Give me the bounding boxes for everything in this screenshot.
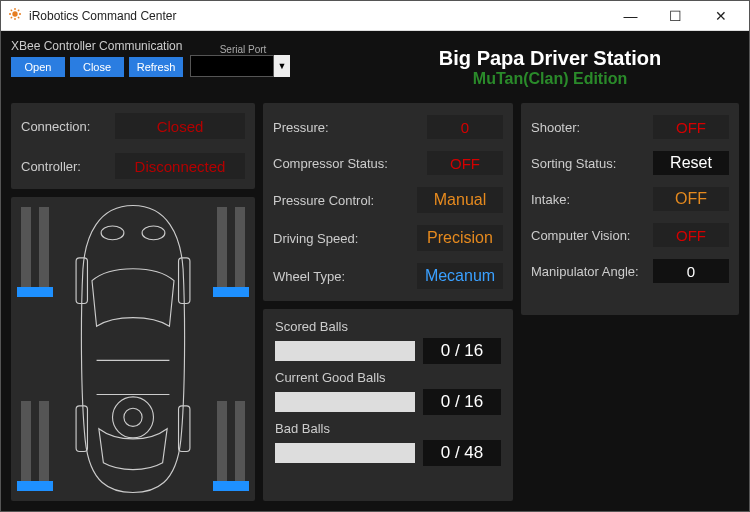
shooter-label: Shooter: — [531, 120, 580, 135]
compressor-value: OFF — [427, 151, 503, 175]
good-balls-bar — [275, 392, 415, 412]
manip-label: Manipulator Angle: — [531, 264, 639, 279]
wheel-type-value[interactable]: Mecanum — [417, 263, 503, 289]
pressure-control-label: Pressure Control: — [273, 193, 374, 208]
svg-point-2 — [142, 226, 165, 240]
scored-balls-value: 0 / 16 — [423, 338, 501, 364]
controller-label: Controller: — [21, 159, 81, 174]
manip-value: 0 — [653, 259, 729, 283]
slider-front-right-2[interactable] — [217, 207, 227, 297]
intake-value: OFF — [653, 187, 729, 211]
open-button[interactable]: Open — [11, 57, 65, 77]
window-title: iRobotics Command Center — [29, 9, 608, 23]
pressure-value: 0 — [427, 115, 503, 139]
scored-balls-label: Scored Balls — [275, 319, 501, 334]
driving-speed-value[interactable]: Precision — [417, 225, 503, 251]
serial-port-select[interactable]: ▼ — [190, 55, 290, 77]
cv-value: OFF — [653, 223, 729, 247]
serial-port-label: Serial Port — [220, 44, 267, 55]
svg-point-1 — [101, 226, 124, 240]
slider-rear-right-2[interactable] — [217, 401, 227, 491]
connection-label: Connection: — [21, 119, 90, 134]
xbee-section: XBee Controller Communication Open Close… — [11, 39, 351, 95]
bad-balls-value: 0 / 48 — [423, 440, 501, 466]
slider-rear-left[interactable] — [21, 401, 31, 491]
close-window-button[interactable]: ✕ — [698, 1, 743, 30]
chevron-down-icon: ▼ — [274, 55, 290, 77]
slider-front-left-2[interactable] — [39, 207, 49, 297]
connection-value: Closed — [115, 113, 245, 139]
vehicle-panel — [11, 197, 255, 501]
slider-rear-left-2[interactable] — [39, 401, 49, 491]
minimize-button[interactable]: ― — [608, 1, 653, 30]
app-icon — [7, 6, 23, 26]
slider-rear-right[interactable] — [235, 401, 245, 491]
sorting-label: Sorting Status: — [531, 156, 616, 171]
balls-panel: Scored Balls 0 / 16 Current Good Balls 0… — [263, 309, 513, 501]
app-body: XBee Controller Communication Open Close… — [1, 31, 749, 511]
header-title: Big Papa Driver Station — [439, 47, 661, 70]
app-window: iRobotics Command Center ― ☐ ✕ XBee Cont… — [0, 0, 750, 512]
bad-balls-label: Bad Balls — [275, 421, 501, 436]
subsystems-panel: Shooter:OFF Sorting Status:Reset Intake:… — [521, 103, 739, 315]
svg-point-0 — [12, 11, 17, 16]
sorting-value[interactable]: Reset — [653, 151, 729, 175]
intake-label: Intake: — [531, 192, 570, 207]
refresh-button[interactable]: Refresh — [129, 57, 183, 77]
slider-front-left[interactable] — [21, 207, 31, 297]
good-balls-label: Current Good Balls — [275, 370, 501, 385]
titlebar: iRobotics Command Center ― ☐ ✕ — [1, 1, 749, 31]
scored-balls-bar — [275, 341, 415, 361]
maximize-button[interactable]: ☐ — [653, 1, 698, 30]
svg-point-8 — [124, 408, 142, 426]
controller-value: Disconnected — [115, 153, 245, 179]
driving-speed-label: Driving Speed: — [273, 231, 358, 246]
svg-point-7 — [113, 397, 154, 438]
header: Big Papa Driver Station MuTan(Clan) Edit… — [361, 39, 739, 95]
pressure-control-value[interactable]: Manual — [417, 187, 503, 213]
cv-label: Computer Vision: — [531, 228, 630, 243]
header-subtitle: MuTan(Clan) Edition — [473, 70, 627, 88]
car-diagram — [55, 201, 211, 497]
drive-panel: Pressure:0 Compressor Status:OFF Pressur… — [263, 103, 513, 301]
connection-panel: Connection: Closed Controller: Disconnec… — [11, 103, 255, 189]
pressure-label: Pressure: — [273, 120, 329, 135]
shooter-value: OFF — [653, 115, 729, 139]
xbee-label: XBee Controller Communication — [11, 39, 351, 53]
wheel-type-label: Wheel Type: — [273, 269, 345, 284]
slider-front-right[interactable] — [235, 207, 245, 297]
good-balls-value: 0 / 16 — [423, 389, 501, 415]
compressor-label: Compressor Status: — [273, 156, 388, 171]
close-button[interactable]: Close — [70, 57, 124, 77]
bad-balls-bar — [275, 443, 415, 463]
